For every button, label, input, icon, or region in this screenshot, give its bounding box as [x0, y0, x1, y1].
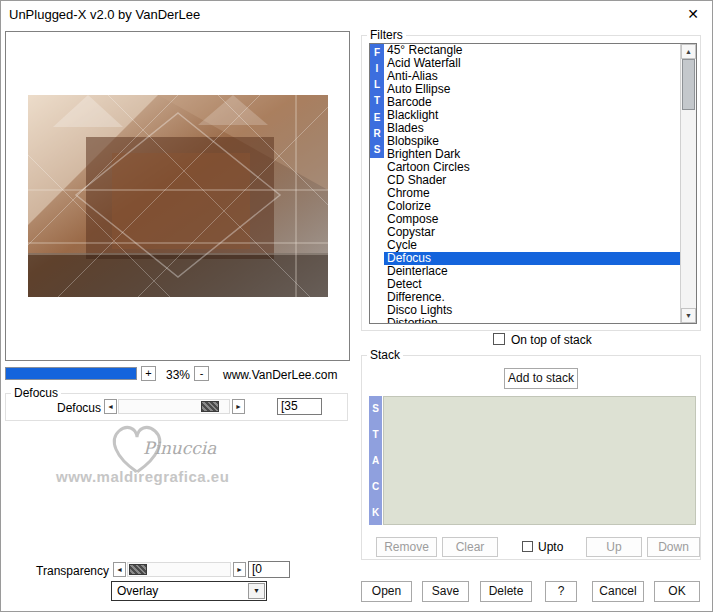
upto-checkbox[interactable]: [522, 541, 533, 552]
filter-list-item[interactable]: CD Shader: [384, 174, 680, 187]
filter-list-item[interactable]: Copystar: [384, 226, 680, 239]
zoom-in-button[interactable]: +: [141, 366, 156, 381]
scroll-down-icon[interactable]: ▼: [681, 308, 696, 323]
transparency-slider-handle[interactable]: [129, 564, 147, 575]
filter-list-item[interactable]: Distortion: [384, 317, 680, 324]
filter-list-item[interactable]: Barcode: [384, 96, 680, 109]
transparency-left-arrow-icon[interactable]: ◄: [113, 562, 126, 577]
watermark-name: Pinuccia: [143, 438, 216, 458]
filter-list-item[interactable]: Disco Lights: [384, 304, 680, 317]
filter-list-item[interactable]: Difference.: [384, 291, 680, 304]
help-button[interactable]: ?: [545, 581, 577, 602]
defocus-value-field[interactable]: [35: [277, 398, 322, 415]
transparency-label: Transparency: [31, 564, 109, 578]
save-button[interactable]: Save: [422, 581, 469, 602]
cancel-button[interactable]: Cancel: [592, 581, 644, 602]
zoom-level: 33%: [163, 368, 193, 382]
filter-list-item[interactable]: Detect: [384, 278, 680, 291]
on-top-checkbox-label: On top of stack: [511, 333, 592, 347]
filter-list-item[interactable]: Defocus: [384, 252, 680, 265]
filter-list-item[interactable]: Blobspike: [384, 135, 680, 148]
clear-button[interactable]: Clear: [442, 537, 498, 557]
filters-vertical-label: FILTERS: [370, 44, 384, 158]
transparency-slider[interactable]: [127, 562, 231, 577]
defocus-slider[interactable]: [118, 399, 230, 414]
filters-items: 45° RectangleAcid WaterfallAnti-AliasAut…: [384, 44, 680, 323]
watermark-site: www.maldiregrafica.eu: [56, 468, 229, 485]
stack-group-label: Stack: [367, 348, 403, 362]
filters-group-label: Filters: [367, 28, 406, 42]
dropdown-arrow-icon[interactable]: ▼: [248, 583, 265, 599]
blend-mode-selected: Overlay: [117, 584, 158, 598]
ok-button[interactable]: OK: [654, 581, 700, 602]
filter-list-item[interactable]: Deinterlace: [384, 265, 680, 278]
filter-list-item[interactable]: Cartoon Circles: [384, 161, 680, 174]
up-button[interactable]: Up: [586, 537, 642, 557]
filter-list-item[interactable]: Cycle: [384, 239, 680, 252]
on-top-checkbox[interactable]: [493, 333, 505, 345]
preview-image[interactable]: [28, 95, 328, 297]
unplugged-dialog: UnPlugged-X v2.0 by VanDerLee ✕: [0, 0, 713, 612]
preview-panel: [5, 31, 350, 361]
filter-list-item[interactable]: 45° Rectangle: [384, 44, 680, 57]
filter-list-item[interactable]: Compose: [384, 213, 680, 226]
filters-scrollbar[interactable]: ▲ ▼: [680, 44, 696, 323]
down-button[interactable]: Down: [647, 537, 700, 557]
filter-list-item[interactable]: Colorize: [384, 200, 680, 213]
upto-checkbox-label: Upto: [538, 540, 563, 554]
blend-mode-dropdown[interactable]: Overlay ▼: [111, 581, 267, 601]
preview-progress-bar: [5, 367, 137, 380]
filter-list-item[interactable]: Blacklight: [384, 109, 680, 122]
defocus-group-label: Defocus: [11, 386, 61, 400]
stack-vertical-label: STACK: [369, 396, 382, 525]
remove-button[interactable]: Remove: [376, 537, 437, 557]
title-bar: UnPlugged-X v2.0 by VanDerLee ✕: [1, 1, 712, 27]
delete-button[interactable]: Delete: [480, 581, 532, 602]
filter-list-item[interactable]: Brighten Dark: [384, 148, 680, 161]
defocus-slider-handle[interactable]: [201, 401, 219, 412]
window-title: UnPlugged-X v2.0 by VanDerLee: [9, 7, 200, 22]
add-to-stack-button[interactable]: Add to stack: [504, 368, 578, 389]
defocus-left-arrow-icon[interactable]: ◄: [104, 399, 117, 414]
filter-list-item[interactable]: Acid Waterfall: [384, 57, 680, 70]
filter-list-item[interactable]: Auto Ellipse: [384, 83, 680, 96]
filter-list-item[interactable]: Blades: [384, 122, 680, 135]
vendor-website-link[interactable]: www.VanDerLee.com: [223, 368, 338, 382]
close-icon[interactable]: ✕: [684, 5, 702, 23]
defocus-right-arrow-icon[interactable]: ►: [232, 399, 245, 414]
transparency-right-arrow-icon[interactable]: ►: [233, 562, 246, 577]
defocus-slider-label: Defocus: [31, 401, 101, 415]
filter-list-item[interactable]: Chrome: [384, 187, 680, 200]
open-button[interactable]: Open: [361, 581, 412, 602]
zoom-out-button[interactable]: -: [194, 366, 209, 381]
scrollbar-thumb[interactable]: [682, 59, 695, 110]
transparency-value-field[interactable]: [0: [248, 561, 290, 578]
filters-listbox: FILTERS 45° RectangleAcid WaterfallAnti-…: [369, 43, 697, 324]
heart-icon: [106, 422, 168, 476]
stack-listbox[interactable]: [383, 396, 696, 525]
scroll-up-icon[interactable]: ▲: [681, 44, 696, 59]
filter-list-item[interactable]: Anti-Alias: [384, 70, 680, 83]
